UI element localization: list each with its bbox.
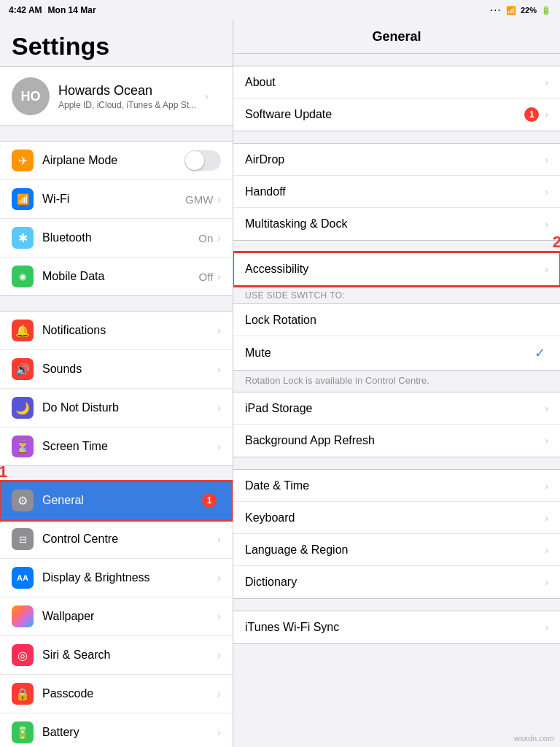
- right-group-about: About › Software Update 1 ›: [233, 66, 560, 131]
- wifi-icon: 📶: [12, 188, 34, 210]
- controlcentre-label: Control Centre: [42, 533, 217, 546]
- backgroundapprefresh-label: Background App Refresh: [245, 434, 545, 447]
- avatar: HO: [12, 77, 50, 115]
- sounds-label: Sounds: [42, 363, 217, 376]
- right-row-handoff[interactable]: Handoff ›: [233, 176, 560, 208]
- right-group-accessibility: 2 Accessibility ›: [233, 252, 560, 286]
- multitasking-label: Multitasking & Dock: [245, 217, 545, 231]
- sidebar-item-mobiledata[interactable]: ◉ Mobile Data Off ›: [0, 258, 233, 295]
- ituneswifisync-label: iTunes Wi-Fi Sync: [245, 621, 545, 634]
- right-row-mute[interactable]: Mute ✓: [233, 336, 560, 370]
- sidebar: Settings HO Howards Ocean Apple ID, iClo…: [0, 20, 233, 747]
- controlcentre-chevron: ›: [217, 533, 221, 545]
- sidebar-item-airplane[interactable]: ✈ Airplane Mode: [0, 142, 233, 180]
- datetime-chevron: ›: [545, 480, 548, 492]
- sidebar-item-notifications[interactable]: 🔔 Notifications ›: [0, 311, 233, 350]
- sidebar-item-general[interactable]: 1 ⚙ General 1: [0, 481, 233, 520]
- sidebar-item-sounds[interactable]: 🔊 Sounds ›: [0, 350, 233, 389]
- signal-dots: ···: [491, 6, 502, 15]
- status-left: 4:42 AM Mon 14 Mar: [9, 5, 96, 15]
- accessibility-label: Accessibility: [245, 263, 545, 276]
- settings-group-system: 🔔 Notifications › 🔊 Sounds › 🌙 Do Not Di…: [0, 311, 233, 466]
- accessibility-chevron: ›: [545, 263, 548, 275]
- ipadstorage-label: iPad Storage: [245, 402, 545, 415]
- right-row-multitasking[interactable]: Multitasking & Dock ›: [233, 208, 560, 240]
- right-row-accessibility[interactable]: Accessibility ›: [233, 253, 560, 285]
- passcode-icon: 🔒: [12, 683, 34, 705]
- notifications-label: Notifications: [42, 324, 217, 337]
- mute-checkmark: ✓: [534, 345, 545, 361]
- sirisearch-icon: ◎: [12, 644, 34, 666]
- right-row-backgroundapprefresh[interactable]: Background App Refresh ›: [233, 425, 560, 457]
- sidebar-item-screentime[interactable]: ⏳ Screen Time ›: [0, 427, 233, 465]
- right-group-storage: iPad Storage › Background App Refresh ›: [233, 392, 560, 457]
- bluetooth-icon: ✱: [12, 227, 34, 249]
- right-row-ipadstorage[interactable]: iPad Storage ›: [233, 392, 560, 425]
- sidebar-item-controlcentre[interactable]: ⊟ Control Centre ›: [0, 520, 233, 559]
- wifi-label: Wi-Fi: [42, 193, 185, 206]
- profile-chevron: ›: [205, 90, 209, 102]
- sounds-chevron: ›: [217, 363, 221, 375]
- keyboard-label: Keyboard: [245, 511, 545, 525]
- sounds-icon: 🔊: [12, 358, 34, 380]
- status-day: Mon 14 Mar: [48, 5, 96, 15]
- status-time: 4:42 AM: [9, 5, 42, 15]
- keyboard-chevron: ›: [545, 512, 548, 524]
- status-right: ··· 📶 22% 🔋: [491, 6, 551, 15]
- wallpaper-icon: [12, 605, 34, 627]
- passcode-label: Passcode: [42, 687, 217, 700]
- about-chevron: ›: [545, 77, 548, 88]
- profile-sub: Apple ID, iCloud, iTunes & App St...: [58, 100, 196, 110]
- right-group-locale: Date & Time › Keyboard › Language & Regi…: [233, 469, 560, 599]
- screentime-label: Screen Time: [42, 440, 217, 453]
- right-row-about[interactable]: About ›: [233, 66, 560, 98]
- right-row-dictionary[interactable]: Dictionary ›: [233, 566, 560, 598]
- general-label: General: [42, 494, 202, 507]
- right-row-keyboard[interactable]: Keyboard ›: [233, 502, 560, 534]
- multitasking-chevron: ›: [545, 218, 548, 230]
- wifi-value: GMW: [185, 193, 213, 206]
- right-row-lockrotation[interactable]: Lock Rotation: [233, 304, 560, 336]
- battery-level: 22%: [521, 6, 537, 15]
- softwareupdate-chevron: ›: [545, 109, 548, 120]
- ipadstorage-chevron: ›: [545, 403, 548, 414]
- airplane-toggle[interactable]: [184, 150, 221, 171]
- main-container: Settings HO Howards Ocean Apple ID, iClo…: [0, 20, 560, 747]
- right-panel: General About › Software Update 1 › AirD…: [233, 20, 560, 747]
- sidebar-item-donotdisturb[interactable]: 🌙 Do Not Disturb ›: [0, 389, 233, 427]
- right-row-languageregion[interactable]: Language & Region ›: [233, 534, 560, 566]
- right-row-datetime[interactable]: Date & Time ›: [233, 470, 560, 502]
- right-row-ituneswifisync[interactable]: iTunes Wi-Fi Sync ›: [233, 611, 560, 643]
- profile-info: Howards Ocean Apple ID, iCloud, iTunes &…: [58, 83, 196, 110]
- settings-group-display: 1 ⚙ General 1 ⊟ Control Centre › AA Disp…: [0, 481, 233, 747]
- battery-icon: 🔋: [541, 6, 551, 15]
- wallpaper-chevron: ›: [217, 611, 221, 622]
- mute-label: Mute: [245, 347, 534, 360]
- right-row-airdrop[interactable]: AirDrop ›: [233, 144, 560, 176]
- right-group-sideswitch: Lock Rotation Mute ✓: [233, 303, 560, 371]
- sidebar-item-passcode[interactable]: 🔒 Passcode ›: [0, 675, 233, 713]
- displaybrightness-chevron: ›: [217, 572, 221, 584]
- general-badge: 1: [202, 493, 217, 508]
- airplane-icon: ✈: [12, 150, 34, 171]
- ituneswifisync-chevron: ›: [545, 622, 548, 633]
- right-group-itunes: iTunes Wi-Fi Sync ›: [233, 611, 560, 644]
- sidebar-item-sirisearch[interactable]: ◎ Siri & Search ›: [0, 636, 233, 675]
- about-label: About: [245, 76, 545, 89]
- sidebar-item-displaybrightness[interactable]: AA Display & Brightness ›: [0, 559, 233, 597]
- sidebar-item-wifi[interactable]: 📶 Wi-Fi GMW ›: [0, 180, 233, 219]
- rotation-note: Rotation Lock is available in Control Ce…: [233, 371, 560, 392]
- sidebar-item-bluetooth[interactable]: ✱ Bluetooth On ›: [0, 219, 233, 258]
- sidebar-item-battery[interactable]: 🔋 Battery ›: [0, 713, 233, 747]
- displaybrightness-label: Display & Brightness: [42, 571, 217, 584]
- right-row-softwareupdate[interactable]: Software Update 1 ›: [233, 98, 560, 131]
- battery-label: Battery: [42, 726, 217, 739]
- sidebar-item-wallpaper[interactable]: Wallpaper ›: [0, 597, 233, 636]
- passcode-chevron: ›: [217, 688, 221, 700]
- mobiledata-chevron: ›: [217, 271, 221, 282]
- status-bar: 4:42 AM Mon 14 Mar ··· 📶 22% 🔋: [0, 0, 560, 20]
- mobiledata-label: Mobile Data: [42, 270, 199, 283]
- settings-group-connectivity: ✈ Airplane Mode 📶 Wi-Fi GMW › ✱ Bluetoot…: [0, 141, 233, 296]
- displaybrightness-icon: AA: [12, 567, 34, 589]
- profile-row[interactable]: HO Howards Ocean Apple ID, iCloud, iTune…: [0, 66, 233, 126]
